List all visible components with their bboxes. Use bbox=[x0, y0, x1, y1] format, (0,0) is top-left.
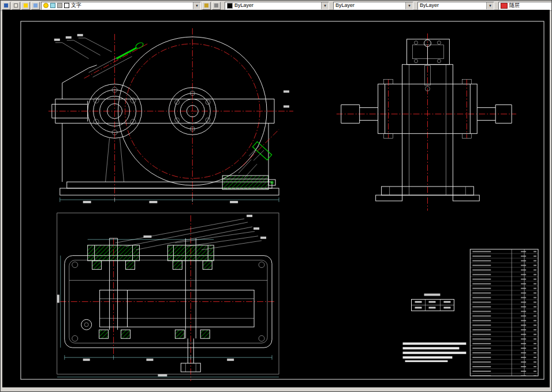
match-properties-icon bbox=[204, 3, 208, 8]
toolbar-separator bbox=[222, 2, 223, 9]
technical-notes-block bbox=[403, 342, 467, 362]
end-elevation-view bbox=[337, 33, 516, 211]
layer-current-icon bbox=[24, 3, 28, 8]
color-combo[interactable]: ByLayer bbox=[225, 2, 329, 10]
plotstyle-combo[interactable]: 随层 bbox=[498, 2, 552, 10]
toolbar-separator bbox=[330, 2, 332, 9]
linetype-combo[interactable]: ByLayer bbox=[333, 2, 413, 10]
cad-application-window: { "toolbar": { "layer_control": { "value… bbox=[0, 0, 552, 392]
current-lineweight-label: ByLayer bbox=[420, 2, 484, 9]
layer-on-icon bbox=[43, 3, 49, 8]
current-plotstyle-label: 随层 bbox=[509, 2, 552, 9]
plan-section-view bbox=[57, 213, 279, 381]
plotstyle-swatch bbox=[501, 3, 508, 9]
toolbar-separator bbox=[415, 2, 416, 9]
layer-color-swatch bbox=[64, 3, 69, 8]
gearbox-assembly-drawing bbox=[2, 10, 550, 387]
layer-freeze-icon bbox=[50, 3, 55, 8]
toolbar-separator bbox=[495, 2, 497, 9]
characteristics-table bbox=[412, 293, 454, 311]
linetype-dropdown-arrow-icon[interactable] bbox=[405, 2, 413, 9]
color-dropdown-arrow-icon[interactable] bbox=[321, 2, 329, 9]
lineweight-combo[interactable]: ByLayer bbox=[417, 2, 494, 10]
model-space-canvas[interactable] bbox=[2, 10, 550, 387]
layer-manager-button[interactable] bbox=[12, 2, 20, 10]
color-swatch bbox=[227, 3, 233, 9]
sheet-border-frame bbox=[21, 21, 544, 379]
current-color-label: ByLayer bbox=[234, 2, 319, 9]
properties-palette-button[interactable] bbox=[212, 2, 221, 10]
properties-icon bbox=[214, 3, 218, 8]
snap-tool-button[interactable] bbox=[2, 2, 10, 10]
current-layer-name: 文字 bbox=[71, 2, 191, 9]
layer-previous-icon bbox=[33, 3, 38, 8]
lineweight-dropdown-arrow-icon[interactable] bbox=[486, 2, 494, 9]
make-layer-current-button[interactable] bbox=[21, 2, 30, 10]
parts-list-table bbox=[470, 249, 538, 376]
layer-lock-icon bbox=[57, 3, 62, 8]
layers-icon bbox=[14, 3, 18, 8]
layer-dropdown-arrow-icon[interactable] bbox=[193, 2, 200, 9]
layer-combo[interactable]: 文字 bbox=[41, 2, 201, 10]
layer-previous-button[interactable] bbox=[31, 2, 40, 10]
current-linetype-label: ByLayer bbox=[335, 2, 404, 9]
snap-icon bbox=[4, 3, 8, 8]
match-properties-button[interactable] bbox=[202, 2, 211, 10]
front-elevation-view bbox=[49, 28, 293, 204]
